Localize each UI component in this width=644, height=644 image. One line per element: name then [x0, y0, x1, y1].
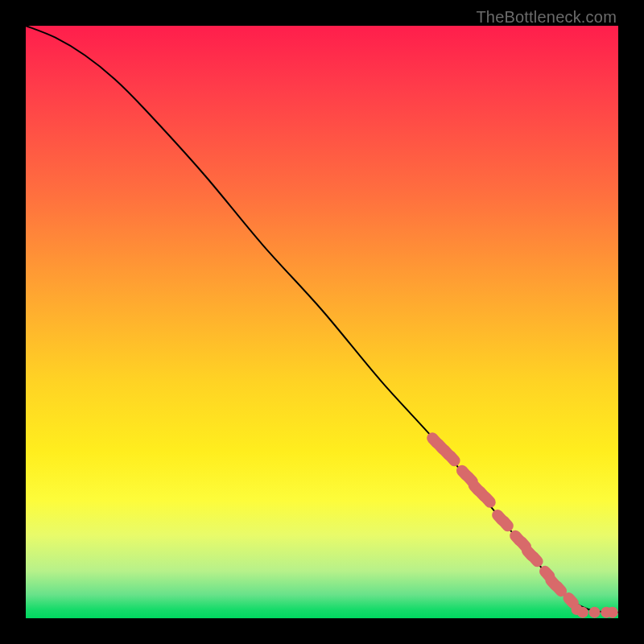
data-points: [424, 430, 617, 617]
plot-area: [26, 26, 618, 618]
data-point: [577, 607, 588, 618]
chart-container: TheBottleneck.com: [0, 0, 644, 644]
data-point: [607, 607, 618, 618]
watermark-text: TheBottleneck.com: [476, 8, 617, 27]
data-point: [589, 607, 601, 618]
chart-svg: [26, 26, 618, 618]
trend-curve: [26, 26, 618, 613]
